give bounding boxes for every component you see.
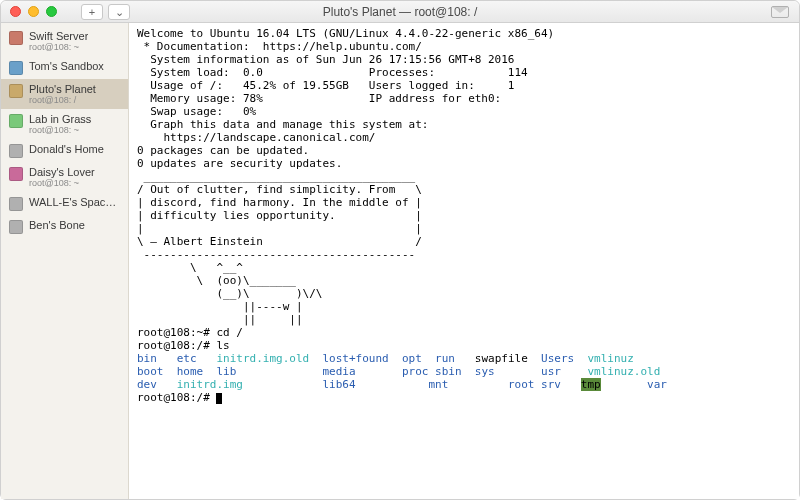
toolbar-right	[771, 6, 789, 18]
ls-entry: lib64	[322, 378, 355, 391]
terminal-line: Graph this data and manage this system a…	[137, 118, 791, 131]
terminal-line: ----------------------------------------…	[137, 248, 791, 261]
terminal-line: root@108:~# cd /	[137, 326, 791, 339]
server-icon	[9, 197, 23, 211]
terminal-line: System load: 0.0 Processes: 114	[137, 66, 791, 79]
minimize-icon[interactable]	[28, 6, 39, 17]
server-icon	[9, 220, 23, 234]
ls-entry: lib	[217, 365, 237, 378]
sidebar-item-text: WALL-E's Spacecraft	[29, 196, 122, 208]
sidebar-item[interactable]: Donald's Home	[1, 139, 128, 162]
server-icon	[9, 31, 23, 45]
ls-entry: bin	[137, 352, 157, 365]
ls-entry: media	[322, 365, 355, 378]
terminal-line: (__)\ )\/\	[137, 287, 791, 300]
terminal-line: | difficulty lies opportunity. |	[137, 209, 791, 222]
sidebar-item[interactable]: Ben's Bone	[1, 215, 128, 238]
sidebar-item-sub: root@108: ~	[29, 42, 88, 52]
terminal-line: Usage of /: 45.2% of 19.55GB Users logge…	[137, 79, 791, 92]
titlebar: + ⌄ Pluto's Planet — root@108: /	[1, 1, 799, 23]
sidebar-item-label: Lab in Grass	[29, 113, 91, 125]
terminal-line: \ ^__^	[137, 261, 791, 274]
sidebar-item-text: Lab in Grassroot@108: ~	[29, 113, 91, 135]
terminal-line: dev initrd.img lib64 mnt root srv tmp va…	[137, 378, 791, 391]
sidebar-item-sub: root@108: ~	[29, 125, 91, 135]
toolbar-left: + ⌄	[81, 4, 130, 20]
sidebar-item-label: WALL-E's Spacecraft	[29, 196, 122, 208]
terminal-line: Welcome to Ubuntu 16.04 LTS (GNU/Linux 4…	[137, 27, 791, 40]
ls-entry: vmlinuz.old	[587, 365, 660, 378]
mail-icon[interactable]	[771, 6, 789, 18]
cursor-icon	[216, 393, 222, 404]
sidebar-item[interactable]: Pluto's Planetroot@108: /	[1, 79, 128, 109]
ls-entry: opt	[402, 352, 422, 365]
sidebar-item[interactable]: WALL-E's Spacecraft	[1, 192, 128, 215]
ls-entry: proc	[402, 365, 429, 378]
server-icon	[9, 167, 23, 181]
close-icon[interactable]	[10, 6, 21, 17]
terminal-line: | |	[137, 222, 791, 235]
terminal-line: | discord, find harmony. In the middle o…	[137, 196, 791, 209]
ls-entry: dev	[137, 378, 157, 391]
ls-entry: etc	[177, 352, 197, 365]
ls-entry: srv	[541, 378, 561, 391]
ls-entry: run	[435, 352, 455, 365]
terminal-line: https://landscape.canonical.com/	[137, 131, 791, 144]
terminal-line: \ (oo)\_______	[137, 274, 791, 287]
sidebar-item[interactable]: Tom's Sandbox	[1, 56, 128, 79]
dropdown-button[interactable]: ⌄	[108, 4, 130, 20]
terminal-line: * Documentation: https://help.ubuntu.com…	[137, 40, 791, 53]
ls-entry: initrd.img.old	[217, 352, 310, 365]
ls-entry: sys	[475, 365, 495, 378]
sidebar-item-label: Pluto's Planet	[29, 83, 96, 95]
sidebar-item-label: Ben's Bone	[29, 219, 85, 231]
add-button[interactable]: +	[81, 4, 103, 20]
ls-entry: vmlinuz	[587, 352, 633, 365]
ls-entry: swapfile	[475, 352, 528, 365]
server-icon	[9, 84, 23, 98]
terminal-line: boot home lib media proc sbin sys usr vm…	[137, 365, 791, 378]
terminal-line: Memory usage: 78% IP address for eth0:	[137, 92, 791, 105]
terminal-line: ________________________________________…	[137, 170, 791, 183]
ls-entry: boot	[137, 365, 164, 378]
terminal-pane[interactable]: Welcome to Ubuntu 16.04 LTS (GNU/Linux 4…	[129, 23, 799, 499]
terminal-line: Swap usage: 0%	[137, 105, 791, 118]
sidebar-item[interactable]: Lab in Grassroot@108: ~	[1, 109, 128, 139]
sidebar-item-label: Tom's Sandbox	[29, 60, 104, 72]
server-icon	[9, 61, 23, 75]
server-icon	[9, 144, 23, 158]
sidebar-item-text: Swift Serverroot@108: ~	[29, 30, 88, 52]
sidebar-item[interactable]: Daisy's Loverroot@108: ~	[1, 162, 128, 192]
terminal-line: \ — Albert Einstein /	[137, 235, 791, 248]
terminal-line: / Out of clutter, find simplicity. From …	[137, 183, 791, 196]
terminal-line: ||----w |	[137, 300, 791, 313]
sidebar: Swift Serverroot@108: ~Tom's SandboxPlut…	[1, 23, 129, 499]
ls-entry: Users	[541, 352, 574, 365]
ls-entry: var	[647, 378, 667, 391]
ls-entry: tmp	[581, 378, 601, 391]
sidebar-item-sub: root@108: /	[29, 95, 96, 105]
server-icon	[9, 114, 23, 128]
ls-entry: usr	[541, 365, 561, 378]
sidebar-item-sub: root@108: ~	[29, 178, 95, 188]
sidebar-item[interactable]: Swift Serverroot@108: ~	[1, 26, 128, 56]
terminal-prompt[interactable]: root@108:/#	[137, 391, 791, 404]
terminal-line: 0 updates are security updates.	[137, 157, 791, 170]
sidebar-item-label: Daisy's Lover	[29, 166, 95, 178]
app-window: + ⌄ Pluto's Planet — root@108: / Swift S…	[0, 0, 800, 500]
terminal-line: root@108:/# ls	[137, 339, 791, 352]
terminal-line: bin etc initrd.img.old lost+found opt ru…	[137, 352, 791, 365]
sidebar-item-text: Pluto's Planetroot@108: /	[29, 83, 96, 105]
sidebar-item-text: Ben's Bone	[29, 219, 85, 231]
window-body: Swift Serverroot@108: ~Tom's SandboxPlut…	[1, 23, 799, 499]
ls-entry: lost+found	[322, 352, 388, 365]
terminal-line: 0 packages can be updated.	[137, 144, 791, 157]
ls-entry: root	[508, 378, 535, 391]
sidebar-item-label: Donald's Home	[29, 143, 104, 155]
sidebar-item-text: Donald's Home	[29, 143, 104, 155]
zoom-icon[interactable]	[46, 6, 57, 17]
sidebar-item-label: Swift Server	[29, 30, 88, 42]
ls-entry: home	[177, 365, 204, 378]
terminal-line: || ||	[137, 313, 791, 326]
sidebar-item-text: Tom's Sandbox	[29, 60, 104, 72]
